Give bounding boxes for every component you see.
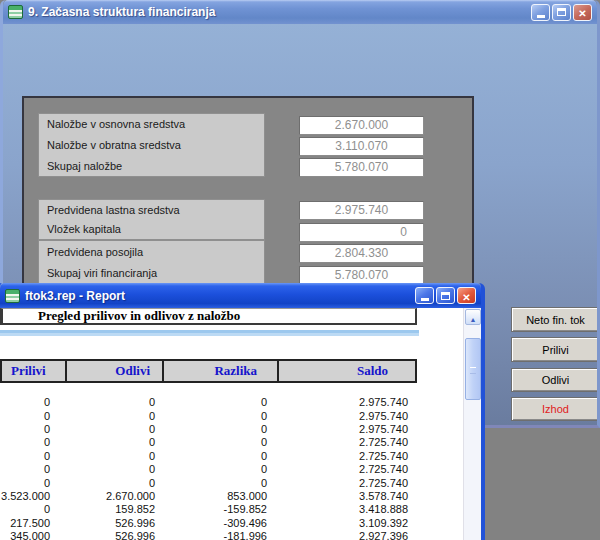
table-cell: 3.578.740 bbox=[277, 490, 415, 503]
table-cell: 2.725.740 bbox=[277, 450, 415, 463]
table-cell: 2.725.740 bbox=[277, 463, 415, 476]
table-row: 0002.725.740 bbox=[0, 463, 417, 476]
table-cell: 0 bbox=[162, 477, 277, 490]
label-panel-loans: Predvidena posojila Skupaj viri financir… bbox=[38, 240, 265, 284]
value-field-posojila[interactable]: 2.804.330 bbox=[299, 244, 424, 263]
column-header-prilivi: Prilivi bbox=[2, 361, 65, 381]
table-row: 0002.975.740 bbox=[0, 396, 417, 409]
table-cell: 0 bbox=[162, 396, 277, 409]
value-field-vlozek-kapitala[interactable]: 0 bbox=[299, 223, 424, 242]
table-cell: 526.996 bbox=[65, 517, 162, 530]
value-field-skupaj-nalozbe[interactable]: 5.780.070 bbox=[299, 158, 424, 177]
value-field-obratna-sredstva[interactable]: 3.110.070 bbox=[299, 137, 424, 156]
table-cell: 159.852 bbox=[65, 503, 162, 516]
minimize-icon bbox=[537, 15, 545, 18]
report-scrollbar[interactable] bbox=[463, 308, 481, 540]
table-cell: 0 bbox=[162, 436, 277, 449]
field-label: Skupaj viri financiranja bbox=[47, 267, 264, 279]
report-window: ftok3.rep - Report Pregled prilivov in o… bbox=[0, 283, 485, 540]
report-table-body: 0002.975.7400002.975.7400002.975.7400002… bbox=[0, 396, 417, 540]
report-heading: Pregled prilivov in odlivov z naložbo bbox=[3, 309, 415, 323]
label-panel-investments: Naložbe v osnovna sredstva Naložbe v obr… bbox=[38, 113, 265, 177]
field-label: Predvidena lastna sredstva bbox=[47, 204, 264, 216]
report-table-header: Prilivi Odlivi Razlika Saldo bbox=[0, 359, 417, 383]
report-minimize-button[interactable] bbox=[415, 287, 434, 304]
heading-underline-bar bbox=[0, 330, 419, 336]
report-window-icon bbox=[5, 289, 20, 303]
table-cell: 0 bbox=[0, 463, 65, 476]
main-close-button[interactable] bbox=[573, 4, 592, 21]
column-header-razlika: Razlika bbox=[162, 361, 277, 381]
table-cell: 853.000 bbox=[162, 490, 277, 503]
table-cell: 0 bbox=[0, 503, 65, 516]
field-label: Naložbe v osnovna sredstva bbox=[47, 118, 264, 130]
table-cell: 2.975.740 bbox=[277, 423, 415, 436]
report-page: Pregled prilivov in odlivov z naložbo Pr… bbox=[0, 308, 481, 540]
field-label: Predvidena posojila bbox=[47, 246, 264, 258]
table-row: 0002.975.740 bbox=[0, 409, 417, 422]
table-cell: 0 bbox=[0, 410, 65, 423]
scroll-up-icon bbox=[470, 308, 477, 326]
table-cell: 0 bbox=[65, 450, 162, 463]
maximize-icon bbox=[441, 292, 450, 300]
table-cell: 0 bbox=[65, 463, 162, 476]
main-titlebar[interactable]: 9. Začasna struktura financiranja bbox=[3, 0, 597, 24]
table-cell: 0 bbox=[65, 396, 162, 409]
table-row: 0002.975.740 bbox=[0, 423, 417, 436]
field-label: Vložek kapitala bbox=[47, 223, 264, 235]
odlivi-button[interactable]: Odlivi bbox=[511, 368, 600, 392]
scroll-thumb[interactable] bbox=[465, 338, 481, 400]
table-row: 0002.725.740 bbox=[0, 436, 417, 449]
report-maximize-button[interactable] bbox=[436, 287, 455, 304]
field-label: Naložbe v obratna sredstva bbox=[47, 139, 264, 151]
minimize-icon bbox=[421, 298, 429, 301]
table-row: 0002.725.740 bbox=[0, 476, 417, 489]
table-cell: 0 bbox=[162, 463, 277, 476]
table-row: 0002.725.740 bbox=[0, 450, 417, 463]
table-cell: 3.418.888 bbox=[277, 503, 415, 516]
field-label: Skupaj naložbe bbox=[47, 160, 264, 172]
close-icon bbox=[578, 3, 586, 21]
table-cell: -181.996 bbox=[162, 530, 277, 540]
table-cell: 345.000 bbox=[0, 530, 65, 540]
table-cell: 0 bbox=[0, 436, 65, 449]
prilivi-button[interactable]: Prilivi bbox=[511, 337, 600, 362]
table-cell: -309.496 bbox=[162, 517, 277, 530]
table-row: 3.523.0002.670.000853.0003.578.740 bbox=[0, 490, 417, 503]
izhod-button[interactable]: Izhod bbox=[511, 397, 600, 421]
table-cell: 0 bbox=[0, 423, 65, 436]
table-cell: 0 bbox=[65, 410, 162, 423]
value-field-lastna-sredstva[interactable]: 2.975.740 bbox=[299, 201, 424, 220]
main-maximize-button[interactable] bbox=[552, 4, 571, 21]
main-window-icon bbox=[8, 5, 23, 19]
main-minimize-button[interactable] bbox=[531, 4, 550, 21]
table-cell: 0 bbox=[65, 423, 162, 436]
table-cell: 217.500 bbox=[0, 517, 65, 530]
table-cell: 2.670.000 bbox=[65, 490, 162, 503]
report-window-title: ftok3.rep - Report bbox=[25, 289, 415, 303]
main-window-title: 9. Začasna struktura financiranja bbox=[28, 5, 531, 19]
table-cell: -159.852 bbox=[162, 503, 277, 516]
desktop: { "main_window": { "title": "9. Začasna … bbox=[0, 0, 600, 540]
value-field-osnovna-sredstva[interactable]: 2.670.000 bbox=[299, 116, 424, 135]
report-titlebar[interactable]: ftok3.rep - Report bbox=[0, 283, 481, 308]
table-cell: 0 bbox=[0, 477, 65, 490]
table-cell: 3.109.392 bbox=[277, 517, 415, 530]
neto-fin-tok-button[interactable]: Neto fin. tok bbox=[511, 307, 600, 332]
maximize-icon bbox=[557, 8, 566, 16]
table-cell: 2.927.396 bbox=[277, 530, 415, 540]
table-cell: 2.725.740 bbox=[277, 477, 415, 490]
report-close-button[interactable] bbox=[457, 287, 476, 304]
close-icon bbox=[462, 287, 470, 305]
table-cell: 0 bbox=[162, 450, 277, 463]
column-header-saldo: Saldo bbox=[277, 361, 415, 381]
scroll-up-button[interactable] bbox=[465, 309, 481, 325]
table-cell: 0 bbox=[162, 423, 277, 436]
table-row: 0159.852-159.8523.418.888 bbox=[0, 503, 417, 516]
table-cell: 2.975.740 bbox=[277, 396, 415, 409]
table-cell: 0 bbox=[162, 410, 277, 423]
form-panel: Naložbe v osnovna sredstva Naložbe v obr… bbox=[22, 96, 474, 294]
table-row: 217.500526.996-309.4963.109.392 bbox=[0, 517, 417, 530]
column-header-odlivi: Odlivi bbox=[65, 361, 162, 381]
table-cell: 0 bbox=[0, 396, 65, 409]
